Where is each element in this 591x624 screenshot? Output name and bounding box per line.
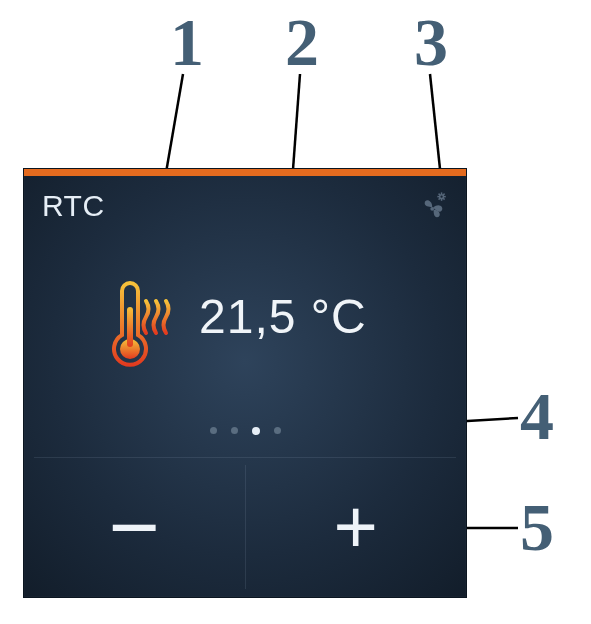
temperature-value: 21,5 °C — [199, 289, 367, 344]
callout-2: 2 — [285, 8, 319, 76]
svg-line-14 — [443, 194, 444, 195]
page-dot — [274, 427, 281, 434]
decrease-button[interactable]: − — [24, 457, 245, 597]
page-indicator[interactable] — [24, 427, 466, 435]
fan-settings-icon[interactable] — [420, 191, 450, 221]
svg-line-12 — [443, 198, 444, 199]
plus-icon: + — [334, 489, 378, 565]
page-dot — [231, 427, 238, 434]
callout-1: 1 — [170, 8, 204, 76]
page-dot-active — [252, 427, 260, 435]
thermostat-panel: RTC — [23, 168, 467, 598]
svg-point-6 — [440, 195, 444, 199]
adjust-button-row: − + — [24, 457, 466, 597]
callout-4: 4 — [520, 382, 554, 450]
callout-5: 5 — [520, 493, 554, 561]
svg-rect-16 — [127, 307, 133, 347]
callout-3: 3 — [414, 8, 448, 76]
panel-accent-bar — [24, 169, 466, 176]
panel-title: RTC — [42, 189, 105, 223]
svg-line-11 — [439, 194, 440, 195]
increase-button[interactable]: + — [246, 457, 467, 597]
svg-line-13 — [439, 198, 440, 199]
minus-icon: − — [109, 483, 160, 571]
thermometer-heat-icon — [104, 281, 176, 373]
page-dot — [210, 427, 217, 434]
